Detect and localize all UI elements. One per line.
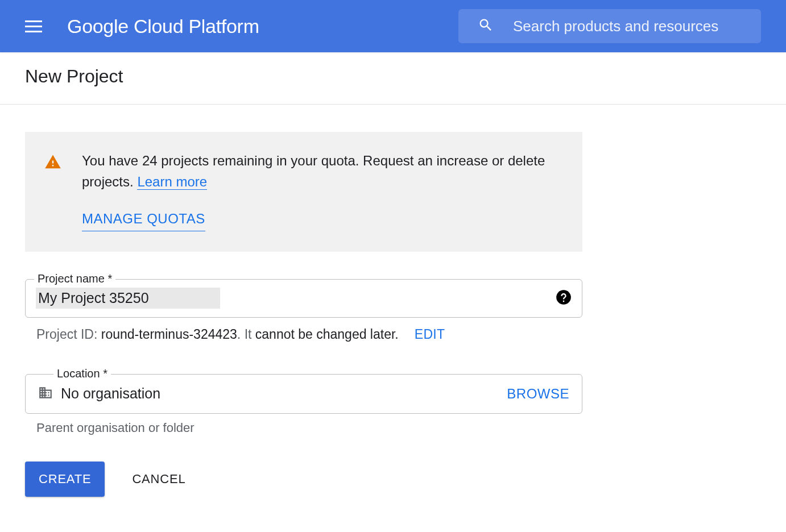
warning-icon — [44, 153, 61, 231]
title-block: New Project — [0, 52, 786, 105]
menu-icon[interactable] — [25, 20, 42, 32]
create-button[interactable]: CREATE — [25, 462, 105, 497]
help-icon[interactable] — [556, 289, 572, 307]
edit-project-id-link[interactable]: EDIT — [415, 327, 445, 342]
location-field: Location * No organisation BROWSE — [25, 374, 582, 414]
action-row: CREATE CANCEL — [25, 462, 761, 497]
location-helper-text: Parent organisation or folder — [25, 421, 761, 435]
cancel-button[interactable]: CANCEL — [132, 472, 185, 487]
quota-notice: You have 24 projects remaining in your q… — [25, 132, 582, 252]
project-id-text: Project ID: round-terminus-324423. It ca… — [36, 327, 399, 342]
search-icon — [478, 17, 494, 35]
location-label: Location * — [53, 367, 111, 380]
project-name-input[interactable] — [36, 288, 220, 309]
logo-main: Cloud Platform — [129, 15, 259, 37]
logo-prefix: Google — [67, 15, 129, 37]
project-id-row: Project ID: round-terminus-324423. It ca… — [25, 327, 761, 342]
notice-body: You have 24 projects remaining in your q… — [82, 150, 560, 231]
location-group: Location * No organisation BROWSE Parent… — [25, 374, 761, 435]
manage-quotas-link[interactable]: MANAGE QUOTAS — [82, 208, 205, 231]
project-name-label: Project name * — [34, 272, 115, 285]
organisation-icon — [38, 385, 53, 402]
platform-logo[interactable]: Google Cloud Platform — [67, 15, 259, 38]
svg-point-0 — [556, 290, 571, 305]
content-area: You have 24 projects remaining in your q… — [0, 105, 786, 524]
project-name-group: Project name * Project ID: round-terminu… — [25, 279, 761, 342]
search-box[interactable] — [458, 9, 761, 43]
header-bar: Google Cloud Platform — [0, 0, 786, 52]
project-name-field: Project name * — [25, 279, 582, 318]
browse-location-link[interactable]: BROWSE — [507, 386, 569, 402]
learn-more-link[interactable]: Learn more — [137, 174, 207, 190]
page-title: New Project — [25, 66, 761, 87]
search-input[interactable] — [513, 18, 745, 35]
location-value: No organisation — [61, 385, 507, 402]
